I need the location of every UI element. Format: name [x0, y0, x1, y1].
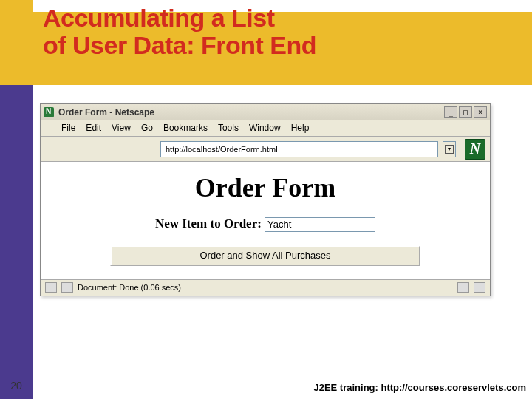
- status-bar: Document: Done (0.06 secs): [41, 279, 490, 296]
- status-component-icon: [457, 282, 469, 293]
- status-security-icon: [474, 282, 485, 293]
- close-button[interactable]: ×: [474, 106, 487, 118]
- status-lock-icon: [61, 282, 73, 293]
- netscape-app-icon: [44, 107, 54, 117]
- order-input[interactable]: [265, 217, 375, 232]
- netscape-logo-icon[interactable]: N: [465, 139, 485, 160]
- menu-file[interactable]: File: [61, 123, 75, 133]
- menu-edit[interactable]: Edit: [86, 123, 101, 133]
- slide-footer: J2EE training: http://courses.coreservle…: [313, 382, 526, 393]
- chevron-down-icon: ▾: [445, 145, 454, 154]
- menu-view[interactable]: View: [112, 123, 131, 133]
- minimize-button[interactable]: _: [444, 106, 457, 118]
- slide-page-number: 20: [6, 380, 27, 392]
- slide-title: Accumulating a List of User Data: Front …: [43, 4, 316, 58]
- submit-button[interactable]: Order and Show All Purchases: [110, 245, 420, 266]
- toolbar: http://localhost/OrderForm.html ▾ N: [41, 137, 490, 162]
- status-text: Document: Done (0.06 secs): [78, 283, 453, 292]
- page-content: Order Form New Item to Order: Order and …: [41, 162, 490, 279]
- order-label: New Item to Order:: [155, 216, 262, 231]
- address-dropdown[interactable]: ▾: [443, 141, 456, 157]
- browser-window: Order Form - Netscape _ □ × File Edit Vi…: [40, 103, 491, 296]
- window-title: Order Form - Netscape: [58, 107, 444, 117]
- menu-window[interactable]: Window: [249, 123, 281, 133]
- window-controls: _ □ ×: [444, 106, 487, 118]
- status-throbber-icon: [45, 282, 57, 293]
- menu-bookmarks[interactable]: Bookmarks: [163, 123, 208, 133]
- menu-tools[interactable]: Tools: [218, 123, 239, 133]
- address-bar[interactable]: http://localhost/OrderForm.html: [160, 141, 438, 157]
- page-heading: Order Form: [41, 172, 490, 203]
- menu-go[interactable]: Go: [141, 123, 153, 133]
- menu-help[interactable]: Help: [291, 123, 310, 133]
- slide-title-line2: of User Data: Front End: [43, 31, 316, 59]
- window-titlebar[interactable]: Order Form - Netscape _ □ ×: [41, 104, 490, 120]
- menu-bar: File Edit View Go Bookmarks Tools Window…: [41, 120, 490, 137]
- restore-button[interactable]: □: [459, 106, 472, 118]
- address-url: http://localhost/OrderForm.html: [166, 145, 278, 154]
- slide-title-line1: Accumulating a List: [43, 4, 275, 32]
- order-line: New Item to Order:: [41, 216, 490, 232]
